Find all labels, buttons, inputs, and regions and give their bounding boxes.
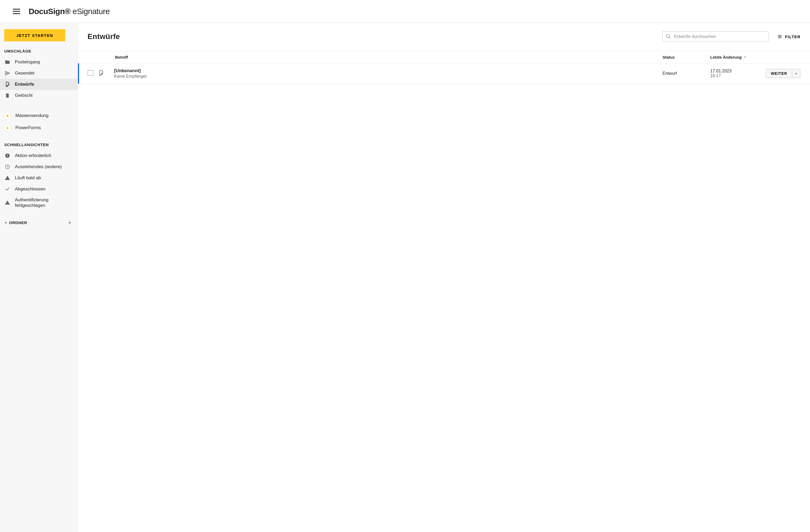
th-subject[interactable]: Betreff <box>115 55 147 60</box>
sort-desc-icon: ▼ <box>744 56 746 59</box>
svg-rect-2 <box>7 157 8 157</box>
sidebar-item-completed[interactable]: Abgeschlossen <box>4 183 74 195</box>
sidebar-item-bulk-send[interactable]: Massensendung <box>4 110 74 122</box>
search-icon <box>666 34 671 39</box>
sidebar-item-label: Authentifizierung fehlgeschlagen <box>15 197 71 208</box>
svg-point-5 <box>779 35 779 36</box>
table-row[interactable]: [Unbenannt] Keine Empfänger Entwurf 17.0… <box>78 63 810 84</box>
sidebar-item-auth-failed[interactable]: Authentifizierung fehlgeschlagen <box>4 195 74 211</box>
alert-circle-icon <box>4 152 11 159</box>
sidebar-item-action-required[interactable]: Aktion erforderlich <box>4 150 74 161</box>
filter-button[interactable]: FILTER <box>777 34 800 39</box>
sidebar-item-expiring[interactable]: Läuft bald ab <box>4 172 74 183</box>
folders-label: ORDNER <box>9 220 27 225</box>
sidebar-item-label: Gesendet <box>15 70 34 76</box>
sidebar-item-pending[interactable]: Ausstehendes (andere) <box>4 161 74 172</box>
hamburger-menu[interactable] <box>13 9 20 14</box>
sidebar: JETZT STARTEN UMSCHLÄGE Posteingang Gese… <box>0 23 78 532</box>
sidebar-item-sent[interactable]: Gesendet <box>4 68 74 79</box>
section-quickviews: SCHNELLANSICHTEN <box>4 142 74 147</box>
brand-logo: DocuSign® eSignature <box>29 7 110 16</box>
row-recipient: Keine Empfänger <box>114 74 663 79</box>
continue-button[interactable]: WEITER <box>766 69 792 78</box>
draft-icon <box>98 70 114 77</box>
sidebar-item-label: Gelöscht <box>15 93 33 98</box>
row-checkbox[interactable] <box>87 70 93 76</box>
svg-rect-1 <box>7 154 8 156</box>
draft-icon <box>4 81 11 87</box>
lock-icon <box>4 112 11 119</box>
warning-icon <box>4 175 11 181</box>
sidebar-item-deleted[interactable]: Gelöscht <box>4 90 74 101</box>
check-icon <box>4 186 11 192</box>
sidebar-item-label: Ausstehendes (andere) <box>15 164 62 170</box>
svg-point-6 <box>780 36 781 37</box>
trash-icon <box>4 92 11 99</box>
filter-icon <box>777 34 782 39</box>
sidebar-item-label: Läuft bald ab <box>15 175 41 181</box>
row-status: Entwurf <box>663 71 710 76</box>
table-header: Betreff Status Letzte Änderung ▼ <box>78 51 810 63</box>
chevron-down-icon: ▼ <box>4 221 7 225</box>
search-input[interactable] <box>674 34 765 39</box>
sidebar-item-label: Entwürfe <box>15 82 34 87</box>
row-date: 17.01.2023 <box>710 69 758 74</box>
row-actions-dropdown[interactable]: ▼ <box>792 69 800 78</box>
start-button[interactable]: JETZT STARTEN <box>4 29 65 42</box>
sidebar-item-label: PowerForms <box>15 125 41 130</box>
send-icon <box>4 70 11 76</box>
sidebar-item-drafts[interactable]: Entwürfe <box>0 79 78 90</box>
sidebar-item-inbox[interactable]: Posteingang <box>4 57 74 68</box>
lock-icon <box>4 124 11 131</box>
search-box[interactable] <box>662 31 769 42</box>
add-folder-button[interactable]: + <box>68 219 71 226</box>
svg-point-4 <box>666 35 670 38</box>
row-time: 16:17 <box>710 74 758 78</box>
svg-point-7 <box>779 37 780 38</box>
sidebar-item-label: Massensendung <box>15 113 49 118</box>
folders-section[interactable]: ▼ ORDNER + <box>4 219 74 226</box>
clock-icon <box>4 164 11 170</box>
sidebar-item-label: Aktion erforderlich <box>15 153 51 158</box>
section-envelopes: UMSCHLÄGE <box>4 49 74 53</box>
topbar: DocuSign® eSignature <box>0 0 810 23</box>
th-status[interactable]: Status <box>663 55 710 60</box>
sidebar-item-label: Abgeschlossen <box>15 186 45 192</box>
sidebar-item-label: Posteingang <box>15 60 40 65</box>
warning-icon <box>4 199 11 206</box>
sidebar-item-powerforms[interactable]: PowerForms <box>4 122 74 134</box>
th-modified[interactable]: Letzte Änderung ▼ <box>710 55 758 60</box>
page-title: Entwürfe <box>87 32 120 41</box>
inbox-icon <box>4 59 11 65</box>
chevron-down-icon: ▼ <box>795 72 797 75</box>
row-subject: [Unbenannt] <box>114 68 663 74</box>
main-content: Entwürfe FILTER Betreff Status Letzte Än… <box>78 23 810 532</box>
